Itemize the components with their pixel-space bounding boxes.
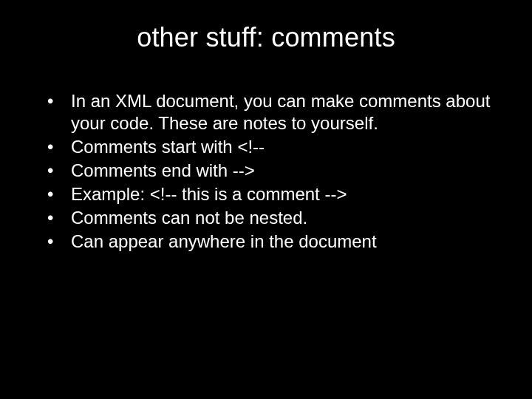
slide: other stuff: comments In an XML document…: [0, 0, 532, 399]
list-item: Comments can not be nested.: [47, 207, 502, 229]
list-item: Example: <!-- this is a comment -->: [47, 183, 502, 205]
list-item: In an XML document, you can make comment…: [47, 90, 502, 134]
slide-title: other stuff: comments: [30, 22, 502, 53]
bullet-list: In an XML document, you can make comment…: [30, 90, 502, 253]
list-item: Can appear anywhere in the document: [47, 231, 502, 253]
list-item: Comments start with <!--: [47, 136, 502, 158]
list-item: Comments end with -->: [47, 160, 502, 182]
